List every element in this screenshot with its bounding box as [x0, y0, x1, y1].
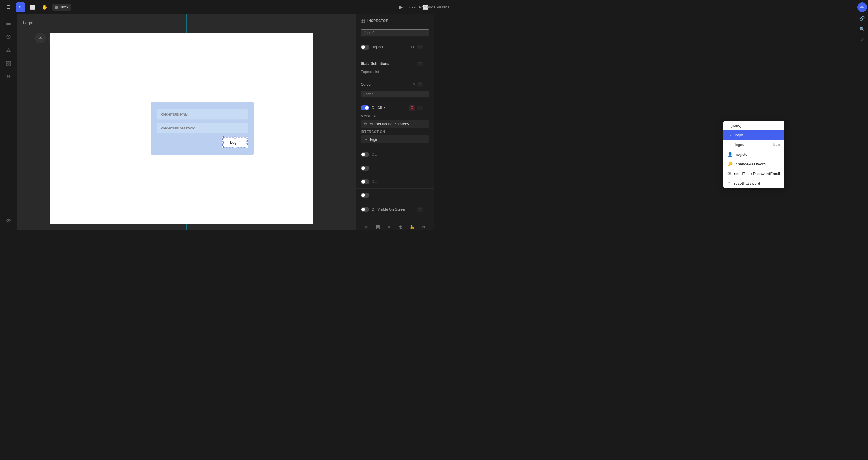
- svg-rect-7: [6, 64, 8, 65]
- cursor-section: Cursor ? f() ⋮ [none]: [356, 77, 434, 101]
- handle-ml[interactable]: [222, 141, 224, 143]
- on-visible-toggle[interactable]: [361, 207, 369, 212]
- state-definitions-row: State Definitions f() ⋮: [361, 59, 429, 68]
- cond-section-4: C... ⋮: [356, 189, 434, 202]
- cursor-menu[interactable]: ⋮: [425, 82, 429, 87]
- svg-rect-5: [6, 61, 8, 63]
- canvas-area[interactable]: Login 👁 ▶ 🖥 Login: [17, 15, 355, 230]
- email-field[interactable]: [157, 109, 248, 119]
- canvas-page-label: Login: [23, 21, 33, 25]
- cond-label-1: C...: [372, 152, 377, 157]
- db-icon: 🗄: [409, 105, 415, 111]
- lock-icon-btn[interactable]: 🔒: [407, 222, 417, 230]
- svg-rect-14: [363, 19, 365, 21]
- interaction-title: Interaction: [361, 130, 429, 134]
- hand-tool-button[interactable]: ✋: [40, 2, 50, 12]
- cond-toggle-btn-1[interactable]: [361, 152, 369, 157]
- interaction-name: login: [370, 137, 378, 142]
- handle-bl[interactable]: [222, 146, 224, 148]
- cond-menu-3[interactable]: ⋮: [425, 179, 429, 184]
- svg-rect-16: [363, 21, 365, 23]
- cond-label-2: C...: [372, 166, 377, 170]
- image-icon-btn[interactable]: 🖼: [373, 222, 383, 230]
- sidebar-icon-components[interactable]: [3, 31, 14, 42]
- handle-br[interactable]: [246, 146, 248, 148]
- cursor-none-badge[interactable]: [none]: [361, 91, 429, 98]
- login-button[interactable]: Login: [222, 137, 248, 148]
- cond-toggle-btn-2[interactable]: [361, 166, 369, 171]
- cursor-row: Cursor ? f() ⋮: [361, 80, 429, 89]
- password-field[interactable]: [157, 123, 248, 134]
- interaction-row[interactable]: → login: [361, 135, 429, 143]
- on-click-label: On Click: [372, 106, 385, 110]
- sidebar-icon-users[interactable]: [3, 215, 14, 226]
- repeat-section: Repeat + 6 f() ⋮: [356, 40, 434, 56]
- expects-list-link[interactable]: Expects list →: [361, 70, 429, 74]
- handle-tl[interactable]: [222, 137, 224, 139]
- svg-rect-6: [9, 61, 10, 63]
- on-click-label-row: On Click: [361, 105, 385, 110]
- repeat-toggle[interactable]: [361, 45, 369, 50]
- cursor-tool-button[interactable]: ↖: [16, 2, 25, 12]
- trash-icon-btn[interactable]: 🗑: [396, 222, 406, 230]
- sidebar-icon-assets[interactable]: [3, 45, 14, 56]
- handle-tr[interactable]: [246, 137, 248, 139]
- zoom-label: 69%: [409, 5, 417, 9]
- cond-section-2: C... ⋮: [356, 162, 434, 175]
- none-badge[interactable]: [none]: [361, 29, 429, 36]
- cond-label-3: C...: [372, 180, 377, 184]
- copy-icon-btn[interactable]: ⧉: [419, 222, 429, 230]
- block-dot: [55, 6, 58, 9]
- svg-rect-0: [6, 23, 10, 24]
- on-visible-label: On Visible On Screen: [372, 207, 406, 211]
- cond-row-4: C... ⋮: [361, 192, 429, 199]
- on-click-f0: f(): [417, 106, 423, 111]
- cursor-f0: f(): [417, 82, 423, 87]
- preview-button[interactable]: 👁: [35, 33, 46, 44]
- module-row[interactable]: ⚙ AuthenticationStrategy: [361, 120, 429, 128]
- state-def-menu[interactable]: ⋮: [425, 61, 429, 66]
- svg-rect-13: [361, 19, 363, 21]
- handle-tc[interactable]: [234, 137, 236, 139]
- left-sidebar: [0, 15, 17, 230]
- svg-rect-1: [6, 24, 10, 25]
- frame-tool-button[interactable]: ⬜: [28, 2, 37, 12]
- svg-rect-8: [9, 64, 10, 65]
- repeat-label: Repeat: [372, 45, 383, 49]
- login-form: Login: [151, 102, 254, 155]
- close-icon-btn[interactable]: ✕: [384, 222, 394, 230]
- hamburger-button[interactable]: ☰: [4, 2, 13, 12]
- on-visible-menu[interactable]: ⋮: [425, 207, 429, 212]
- cond-toggle-2: C...: [361, 166, 377, 171]
- topbar-title: Primeiros Passos: [418, 5, 434, 9]
- on-click-toggle[interactable]: [361, 105, 369, 110]
- sidebar-icon-layers[interactable]: [3, 18, 14, 29]
- handle-mr[interactable]: [246, 141, 248, 143]
- cursor-label: Cursor: [361, 82, 372, 87]
- topbar: ☰ ↖ ⬜ ✋ Block Primeiros Passos ▶ 69% ⬜: [0, 0, 434, 15]
- on-click-section: On Click 🗄 f() ⋮ Module ⚙ Authentication…: [356, 101, 434, 148]
- module-icon: ⚙: [364, 122, 367, 126]
- on-click-menu[interactable]: ⋮: [425, 106, 429, 111]
- inspector-title: INSPECTOR: [367, 19, 389, 23]
- sidebar-icon-grid[interactable]: [3, 71, 14, 82]
- block-badge: Block: [52, 4, 71, 10]
- cond-menu-2[interactable]: ⋮: [425, 166, 429, 171]
- cond-toggle-3: C...: [361, 179, 377, 184]
- cond-toggle-btn-3[interactable]: [361, 179, 369, 184]
- cond-row-1: C... ⋮: [361, 151, 429, 158]
- cond-toggle-btn-4[interactable]: [361, 193, 369, 198]
- svg-point-12: [8, 220, 10, 221]
- cond-menu-1[interactable]: ⋮: [425, 152, 429, 157]
- repeat-row: Repeat + 6 f() ⋮: [361, 43, 429, 51]
- play-button[interactable]: ▶: [396, 2, 406, 12]
- svg-point-11: [7, 220, 8, 221]
- module-name: AuthenticationStrategy: [370, 122, 409, 126]
- state-definitions-label: State Definitions: [361, 62, 390, 66]
- repeat-menu[interactable]: ⋮: [425, 45, 429, 50]
- sidebar-icon-layers2[interactable]: [3, 58, 14, 69]
- cond-menu-4[interactable]: ⋮: [425, 193, 429, 198]
- handle-bc[interactable]: [234, 146, 236, 148]
- state-definitions-section: State Definitions f() ⋮ Expects list →: [356, 56, 434, 77]
- edit-icon-btn[interactable]: ✏: [362, 222, 371, 230]
